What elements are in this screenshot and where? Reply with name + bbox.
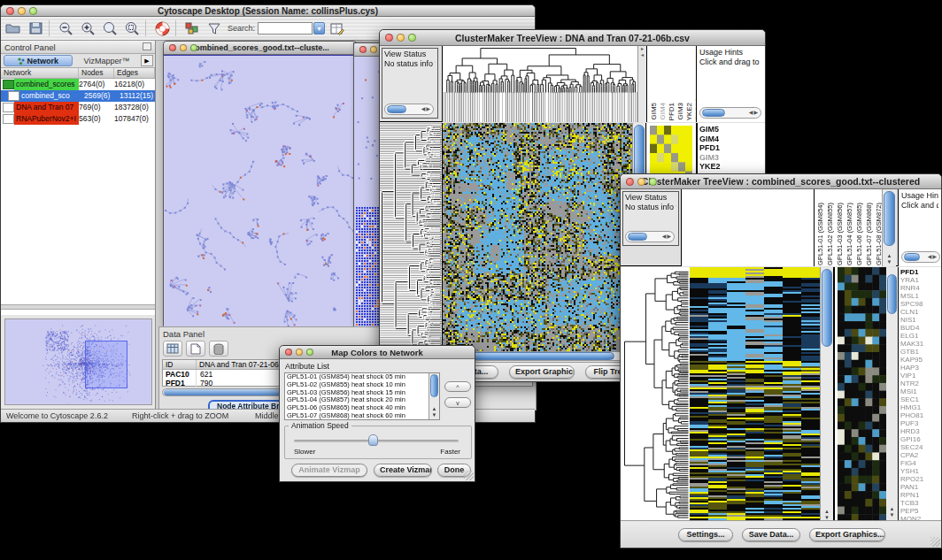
zoom-button[interactable] [190,44,197,51]
delete-attribute-icon[interactable] [209,341,228,357]
save-icon[interactable] [26,19,45,37]
close-button[interactable] [359,46,367,53]
speed-slider-thumb[interactable] [368,434,378,446]
gene-label[interactable]: HMG1 [899,403,939,411]
pane-arrows[interactable]: ▸◂ [637,46,646,122]
gene-label[interactable]: FIG4 [899,459,939,467]
column-label[interactable]: GIM4 [659,103,667,120]
tv1-hints-hscrollbar[interactable]: ◀▶ [699,107,761,119]
column-label[interactable]: GIM3 [676,103,684,120]
panel-divider[interactable] [1,304,155,310]
close-button[interactable] [169,44,176,51]
id-column-header[interactable]: ID [163,360,197,369]
gene-label[interactable]: GIM3 [698,153,765,163]
gene-label[interactable]: RNR4 [899,284,939,292]
gene-label[interactable]: YSH1 [899,467,939,475]
column-label[interactable]: PFD1 [668,103,676,120]
attribute-listbox[interactable]: GPL51-01 (GSM854) heat shock 05 minGPL51… [284,372,440,420]
tv2-titlebar[interactable]: ClusterMaker TreeView : combined_scores_… [621,174,941,189]
main-titlebar[interactable]: Cytoscape Desktop (Session Name: collins… [1,5,535,17]
column-label[interactable]: GPL51-01 (GSM854) [816,203,824,265]
move-up-button[interactable]: ^ [444,381,471,392]
tv1-heatmap[interactable] [442,123,632,353]
tab-network[interactable]: Network [4,55,73,66]
zoom-button[interactable] [306,349,313,356]
dialog-titlebar[interactable]: Map Colors to Network [280,346,475,359]
resize-grip[interactable] [930,537,940,547]
column-label[interactable]: GPL51-08 (GSM872) [875,203,882,265]
gene-label[interactable]: HAP3 [899,364,939,372]
network-row[interactable]: combined_scores 2764(0) 16218(0) [1,79,155,90]
tv2-hints-hscrollbar[interactable]: ◀▶ [901,251,940,263]
gene-label[interactable]: KAP95 [899,356,939,364]
gene-label[interactable]: MSL1 [899,292,939,300]
zoom-button[interactable] [649,178,657,186]
gene-label[interactable]: PAN1 [899,483,939,491]
gene-label[interactable]: PFD1 [698,143,765,153]
network-canvas[interactable] [164,55,356,326]
network-row[interactable]: DNA and Tran 07 769(0) 183728(0) [1,102,155,113]
tv1-row-dendrogram[interactable] [380,123,442,353]
network-overview-canvas[interactable] [4,318,152,405]
close-button[interactable] [385,34,393,42]
tab-overflow-arrow[interactable]: ▶ [141,55,153,66]
zoom-out-icon[interactable] [56,19,75,37]
tv1-column-dendrogram[interactable] [443,46,638,122]
tv2-heatmap[interactable] [690,267,820,522]
gene-label[interactable]: NIS1 [899,316,939,324]
create-vizmap-button[interactable]: Create Vizmap [374,464,432,477]
zoom-button[interactable] [29,7,37,15]
zoom-selected-icon[interactable] [122,19,142,37]
tv2-genelist-vscrollbar[interactable]: ▲▼ [886,267,898,522]
tab-vizmapper[interactable]: VizMapper™ [73,57,141,65]
gene-label[interactable]: GTB1 [899,348,939,356]
gene-label[interactable]: CLN1 [899,308,939,316]
gene-label[interactable]: MSI1 [899,387,939,395]
column-label[interactable]: YKE2 [685,103,693,120]
gene-label[interactable]: GIM5 [698,125,765,134]
move-down-button[interactable]: v [444,397,471,408]
minimize-button[interactable] [397,34,405,42]
open-file-icon[interactable] [4,19,23,37]
network-row[interactable]: RNAPuberNov2+I 563(0) 107847(0) [1,113,155,125]
search-dropdown-arrow-icon[interactable]: ▼ [313,22,325,35]
column-label[interactable]: GPL51-02 (GSM855) [826,203,834,265]
attribute-item[interactable]: GPL51-07 (GSM868) heat shock 60 min [285,412,429,420]
gene-label[interactable]: RPN1 [899,491,939,499]
zoom-button[interactable] [408,34,416,42]
gene-label[interactable]: YKE2 [698,162,765,172]
minimize-button[interactable] [370,46,377,53]
tv1-export-graphics-button[interactable]: Export Graphics... [509,365,575,379]
tv1-titlebar[interactable]: ClusterMaker TreeView : DNA and Tran 07-… [380,30,765,46]
filter-icon[interactable] [205,19,224,37]
column-label[interactable]: GPL51-07 (GSM868) [865,203,873,265]
gene-label[interactable]: SEC1 [899,395,939,403]
gene-label[interactable]: PUF3 [899,419,939,427]
close-button[interactable] [626,178,634,186]
tv2-heatmap-vscrollbar[interactable]: ▲▼ [820,267,833,522]
minimize-button[interactable] [637,178,645,186]
zoom-in-icon[interactable] [78,19,97,37]
tv2-status-hscrollbar[interactable]: ◀▶ [625,231,675,242]
select-attributes-icon[interactable] [163,341,182,357]
gene-label[interactable]: BUD4 [899,324,939,332]
network-row[interactable]: combined_sco 2569(6) 13112(15) [1,90,155,102]
gene-label[interactable]: MAK31 [899,340,939,348]
tv2-save-data-button[interactable]: Save Data... [742,528,800,541]
search-input[interactable] [258,22,313,35]
tv1-zoom-heatmap[interactable] [650,126,692,180]
minimize-button[interactable] [296,349,303,356]
close-button[interactable] [285,349,292,356]
gene-label[interactable]: YRA1 [899,276,939,284]
minimize-button[interactable] [18,7,26,15]
column-label[interactable]: GPL51-03 (GSM856) [836,203,844,265]
network-view-titlebar[interactable]: combined_scores_good.txt--cluste... [164,42,356,55]
tv2-global-heatmap[interactable] [838,267,886,522]
table-edit-icon[interactable] [328,19,347,37]
column-label[interactable]: GIM5 [650,103,658,120]
column-label[interactable]: GPL51-06 (GSM865) [855,203,863,265]
gene-label[interactable]: NTR2 [899,380,939,387]
gene-label[interactable]: PHO81 [899,411,939,419]
tv1-status-hscrollbar[interactable]: ◀▶ [384,104,434,115]
gene-label[interactable]: SPC98 [899,300,939,308]
